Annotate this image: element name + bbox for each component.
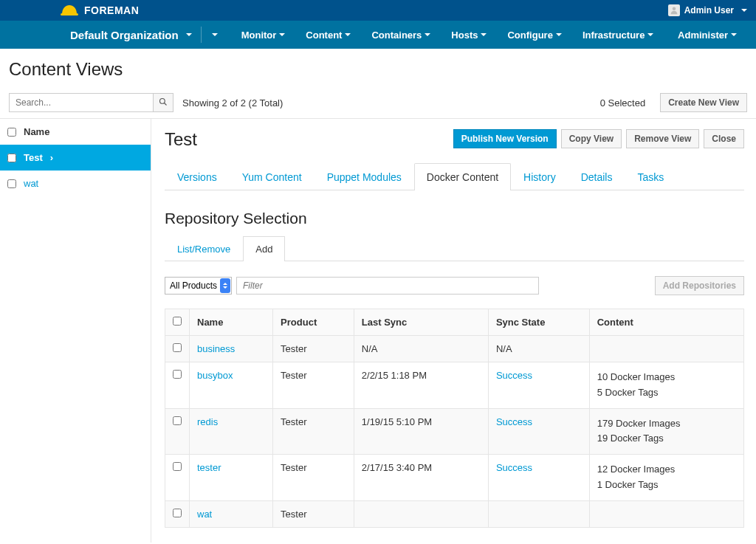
nav-hosts[interactable]: Hosts [441, 22, 497, 48]
sidebar-item[interactable]: Test › [0, 145, 151, 171]
cell-last-sync: 2/2/15 1:18 PM [354, 362, 488, 409]
content-tags: 5 Docker Tags [597, 385, 736, 401]
sidebar: Name Test ›wat [0, 119, 151, 543]
nav-content[interactable]: Content [295, 22, 361, 48]
sync-state-link[interactable]: Success [496, 416, 532, 427]
org-label: Default Organization [70, 29, 179, 41]
row-checkbox[interactable] [173, 416, 182, 425]
row-checkbox-cell [165, 408, 190, 455]
table-row: businessTesterN/AN/A [165, 336, 744, 362]
repo-link[interactable]: busybox [197, 370, 233, 381]
sync-state-link[interactable]: Success [496, 370, 532, 381]
repo-link[interactable]: business [197, 343, 235, 354]
cell-content: 10 Docker Images5 Docker Tags [589, 362, 743, 409]
tab-puppet-modules[interactable]: Puppet Modules [315, 163, 414, 190]
search-button[interactable] [153, 93, 173, 112]
close-button[interactable]: Close [704, 129, 744, 148]
cell-last-sync [354, 500, 488, 527]
cell-product: Tester [273, 362, 354, 409]
cell-sync-state: Success [488, 455, 589, 501]
row-checkbox[interactable] [173, 462, 182, 471]
row-checkbox-cell [165, 336, 190, 362]
caret-down-icon [741, 9, 747, 12]
cell-last-sync: 1/19/15 5:10 PM [354, 408, 488, 455]
sidebar-item-label: Test [24, 152, 43, 163]
filter-row: All Products Add Repositories [165, 276, 744, 295]
nav-configure[interactable]: Configure [497, 22, 571, 48]
header-product: Product [273, 309, 354, 336]
cell-sync-state [488, 500, 589, 527]
header-sync-state: Sync State [488, 309, 589, 336]
cell-product: Tester [273, 408, 354, 455]
add-repositories-button[interactable]: Add Repositories [655, 276, 744, 295]
sidebar-item-checkbox[interactable] [7, 179, 16, 188]
row-checkbox[interactable] [173, 509, 182, 517]
row-checkbox-cell [165, 500, 190, 527]
user-name: Admin User [684, 5, 734, 16]
caret-down-icon [731, 33, 737, 36]
header-content: Content [589, 309, 743, 336]
table-header-row: Name Product Last Sync Sync State Conten… [165, 309, 744, 336]
nav-administer[interactable]: Administer [667, 22, 747, 48]
content-view-actions: Publish New Version Copy View Remove Vie… [453, 129, 744, 148]
cell-last-sync: 2/17/15 3:40 PM [354, 455, 488, 501]
table-row: watTester [165, 500, 744, 527]
cell-name: busybox [190, 362, 273, 409]
sidebar-item[interactable]: wat [0, 171, 151, 196]
nav-items: Monitor Content Containers Hosts Configu… [231, 22, 667, 48]
tab-details[interactable]: Details [568, 163, 625, 190]
cell-product: Tester [273, 336, 354, 362]
topbar: FOREMAN Admin User [0, 0, 756, 21]
org-switcher[interactable]: Default Organization [70, 27, 218, 43]
svg-rect-0 [61, 13, 78, 16]
caret-down-icon [481, 33, 487, 36]
select-all-checkbox[interactable] [7, 128, 16, 137]
cell-sync-state: Success [488, 408, 589, 455]
search-input[interactable] [9, 93, 153, 112]
tab-tasks[interactable]: Tasks [625, 163, 676, 190]
showing-text: Showing 2 of 2 (2 Total) [182, 97, 283, 109]
caret-down-icon [279, 33, 285, 36]
product-select[interactable]: All Products [165, 277, 232, 295]
cell-name: tester [190, 455, 273, 501]
tab-versions[interactable]: Versions [165, 163, 230, 190]
create-view-button[interactable]: Create New View [660, 93, 747, 112]
table-row: busyboxTester2/2/15 1:18 PMSuccess10 Doc… [165, 362, 744, 409]
cell-content: 12 Docker Images1 Docker Tags [589, 455, 743, 501]
sidebar-header-label: Name [24, 126, 49, 137]
cell-name: business [190, 336, 273, 362]
content-images: 12 Docker Images [597, 462, 736, 478]
content-tags: 1 Docker Tags [597, 478, 736, 493]
sync-state-link[interactable]: Success [496, 462, 532, 473]
nav-monitor[interactable]: Monitor [231, 22, 296, 48]
content-view-header: Test Publish New Version Copy View Remov… [165, 129, 744, 150]
selected-count: 0 Selected [600, 97, 645, 109]
publish-button[interactable]: Publish New Version [453, 129, 557, 148]
row-checkbox[interactable] [173, 343, 182, 352]
svg-point-2 [160, 98, 165, 103]
sidebar-item-checkbox[interactable] [7, 154, 16, 162]
tab-docker-content[interactable]: Docker Content [414, 163, 511, 190]
tab-history[interactable]: History [511, 163, 568, 190]
repo-link[interactable]: redis [197, 416, 218, 427]
repo-link[interactable]: tester [197, 462, 221, 473]
filter-input[interactable] [236, 277, 539, 295]
repo-link[interactable]: wat [197, 509, 212, 520]
nav-containers[interactable]: Containers [361, 22, 441, 48]
tab-yum-content[interactable]: Yum Content [230, 163, 315, 190]
hardhat-icon [61, 4, 78, 17]
select-all-rows-checkbox[interactable] [173, 317, 182, 326]
cell-sync-state: Success [488, 362, 589, 409]
remove-view-button[interactable]: Remove View [626, 129, 699, 148]
nav-infrastructure[interactable]: Infrastructure [572, 22, 664, 48]
subtab-add[interactable]: Add [243, 236, 285, 261]
cell-content [589, 500, 743, 527]
cell-name: wat [190, 500, 273, 527]
user-menu[interactable]: Admin User [668, 4, 747, 16]
row-checkbox[interactable] [173, 370, 182, 379]
subtab-list-remove[interactable]: List/Remove [165, 236, 243, 261]
separator [201, 27, 202, 43]
sidebar-item-label: wat [24, 178, 38, 189]
copy-view-button[interactable]: Copy View [561, 129, 622, 148]
chevron-right-icon: › [50, 152, 53, 163]
